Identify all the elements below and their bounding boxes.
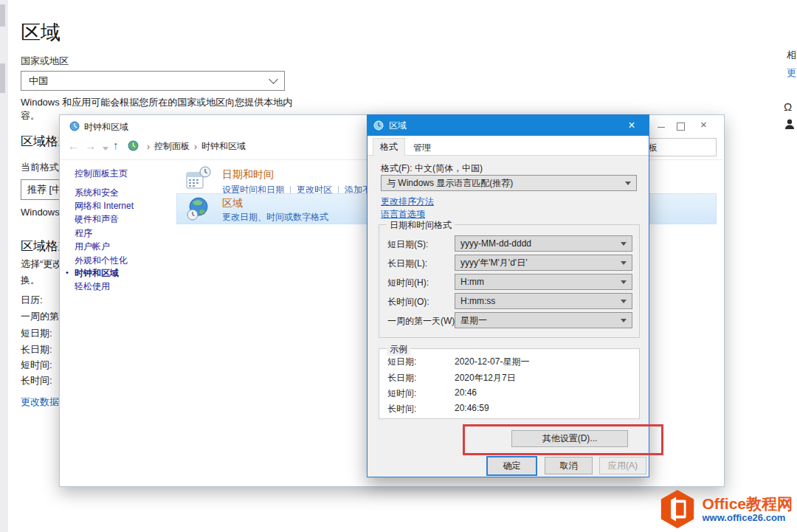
search-text-fragment: 板 [649,142,658,154]
calendar-label: 日历: [21,294,43,307]
long-time-label: 长时间: [21,374,52,387]
first-day-format-label: 一周的第一天(W): [387,315,458,328]
example-short-time-value: 20:46 [455,387,477,398]
datetime-group-title: 日期和时间格式 [387,219,455,232]
ok-button[interactable]: 确定 [486,456,537,476]
screenshot-root: 区域 国家或地区 中国 Windows 和应用可能会根据您所在的国家或地区向您提… [0,0,797,532]
window-title: 时钟和区域 [84,121,128,134]
breadcrumb-item-control-panel[interactable]: 控制面板 [154,140,190,153]
region-format-data-text2: 换。 [21,274,40,287]
first-day-value: 星期一 [460,314,487,327]
related-link-fragment: 更 [787,66,796,80]
tab-format[interactable]: 格式 [373,138,405,156]
sidebar-item-home[interactable]: 控制面板主页 [75,167,128,180]
short-date-format-label: 短日期(S): [387,238,428,251]
chevron-down-icon [269,75,278,84]
current-format-value: 推荐 [中 [27,183,61,196]
windows-fragment: Windows [21,207,60,218]
chevron-down-icon [621,300,627,303]
example-short-time-label: 短时间: [387,387,416,400]
current-format-label: 当前格式: [21,161,62,174]
format-label: 格式(F): 中文(简体，中国) [381,162,483,175]
long-date-format-select[interactable]: yyyy'年'M'月'd'日' [455,255,632,271]
dialog-titlebar[interactable]: 区域 × [368,115,649,136]
breadcrumb-separator-icon: › [194,142,197,152]
long-date-format-label: 长日期(L): [387,258,427,270]
sidebar-item-network-internet[interactable]: 网络和 Internet [75,200,134,213]
short-time-label: 短时间: [21,359,52,372]
sidebar-item-ease-of-access[interactable]: 轻松使用 [75,280,110,293]
short-date-format-select[interactable]: yyyy-MM-dd-dddd [455,235,632,252]
long-time-format-value: H:mm:ss [460,296,495,306]
clock-region-window-icon [69,121,80,131]
page-title: 区域 [21,19,61,46]
region-item-title[interactable]: 区域 [222,197,243,210]
example-long-date-label: 长日期: [387,372,416,384]
minimize-button[interactable] [658,127,665,128]
long-date-format-value: yyyy'年'M'月'd'日' [460,257,527,269]
change-data-format-link[interactable]: 更改数据格 [21,395,59,409]
sidebar-item-appearance[interactable]: 外观和个性化 [75,255,128,267]
breadcrumb-separator-icon: › [147,142,150,152]
sidebar-item-user-accounts[interactable]: 用户帐户 [75,241,110,253]
feedback-person-icon [784,118,796,130]
up-arrow-icon[interactable]: ↑ [113,139,119,151]
long-time-format-label: 长时间(O): [387,296,429,308]
highlight-rectangle [463,424,663,455]
dialog-close-icon[interactable]: × [621,119,643,132]
first-day-select[interactable]: 星期一 [455,312,632,328]
gutter-mark [0,63,5,93]
region-format-data-text: 选择“更改 [21,258,62,271]
active-bullet-icon: • [66,268,69,277]
chevron-down-icon [621,280,627,284]
breadcrumb: › 控制面板 › 时钟和区域 [142,140,246,153]
chevron-down-icon [625,182,631,185]
related-settings-fragment: 相 [787,49,796,62]
country-select[interactable]: 中国 [21,71,285,91]
region-dialog: 区域 × 格式 管理 格式(F): 中文(简体，中国) 与 Windows 显示… [367,114,649,477]
sidebar-item-clock-region[interactable]: 时钟和区域 [75,267,119,280]
chevron-down-icon [621,319,627,322]
region-globe-icon [185,196,210,221]
country-value: 中国 [29,75,48,88]
breadcrumb-item-clock-region[interactable]: 时钟和区域 [201,140,246,153]
short-time-format-select[interactable]: H:mm [455,274,632,290]
country-label: 国家或地区 [21,55,69,68]
short-date-label: 短日期: [21,327,52,340]
sidebar-item-programs[interactable]: 程序 [75,227,92,240]
chevron-down-icon [621,242,627,246]
apply-button[interactable]: 应用(A) [599,457,646,474]
dialog-title: 区域 [389,120,407,132]
example-long-time-label: 长时间: [387,403,416,415]
watermark-url: www.office26.com [702,512,793,523]
close-button[interactable]: × [700,120,707,129]
office-logo-icon [659,489,696,529]
region-dialog-icon [373,120,384,131]
region-item-desc: 更改日期、时间或数字格式 [222,211,328,224]
watermark-title: Office教程网 [702,496,793,512]
change-sort-link[interactable]: 更改排序方法 [381,196,434,208]
long-time-format-select[interactable]: H:mm:ss [455,293,632,309]
format-select[interactable]: 与 Windows 显示语言匹配(推荐) [381,175,637,191]
date-time-icon [185,165,212,192]
short-time-format-value: H:mm [460,277,484,287]
examples-group-title: 示例 [387,343,410,356]
tab-administrative[interactable]: 管理 [407,140,438,155]
long-date-label: 长日期: [21,343,52,356]
maximize-button[interactable] [677,122,685,131]
short-time-format-label: 短时间(H): [387,277,429,289]
watermark: Office教程网 www.office26.com [659,489,793,529]
forward-arrow-icon[interactable]: → [85,139,96,152]
gutter-mark [0,4,5,27]
back-arrow-icon[interactable]: ← [68,139,79,152]
example-long-date-value: 2020年12月7日 [455,372,516,384]
breadcrumb-app-icon [128,140,139,151]
sidebar-item-hardware-sound[interactable]: 硬件和声音 [75,213,119,226]
date-time-item-title[interactable]: 日期和时间 [222,168,274,182]
sidebar-item-system-security[interactable]: 系统和安全 [75,187,119,199]
cancel-button[interactable]: 取消 [545,457,593,474]
short-date-format-value: yyyy-MM-dd-dddd [460,238,531,249]
example-short-date-label: 短日期: [387,356,416,368]
history-dropdown-icon[interactable] [103,147,108,151]
example-long-time-value: 20:46:59 [455,403,489,413]
